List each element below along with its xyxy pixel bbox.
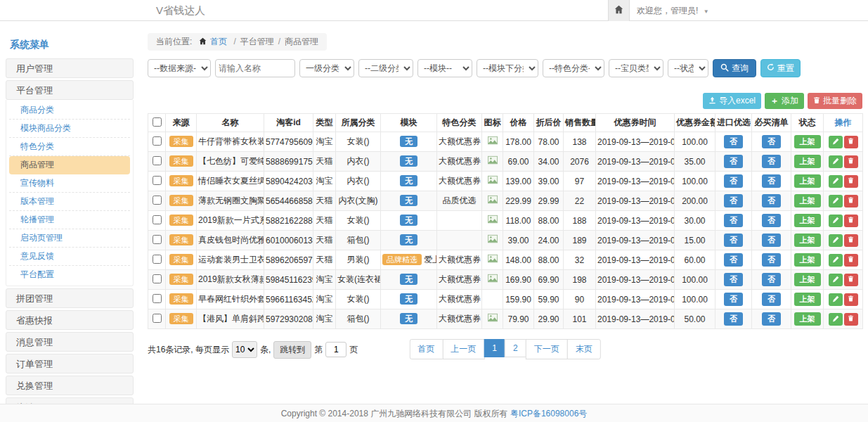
delete-button[interactable] [844, 136, 858, 148]
edit-button[interactable] [829, 234, 843, 247]
edit-button[interactable] [829, 313, 843, 326]
delete-button[interactable] [844, 293, 858, 306]
sidebar-group-order-mgmt[interactable]: 订单管理 [6, 354, 134, 373]
edit-button[interactable] [829, 175, 843, 188]
edit-button[interactable] [829, 136, 843, 148]
import-select-toggle[interactable]: 否 [724, 234, 743, 247]
status-button[interactable]: 上架 [794, 253, 821, 267]
breadcrumb-home-link[interactable]: 首页 [210, 37, 227, 46]
reset-button[interactable]: 重置 [760, 59, 801, 77]
sidebar-item-platform-config[interactable]: 平台配置 [9, 266, 130, 284]
edit-button[interactable] [829, 215, 843, 227]
sidebar-item-feedback[interactable]: 意见反馈 [9, 248, 130, 266]
user-menu[interactable]: 欢迎您，管理员! ▼ [637, 0, 709, 23]
page-1[interactable]: 1 [484, 339, 505, 357]
row-checkbox[interactable] [153, 314, 162, 323]
import-select-toggle[interactable]: 否 [724, 214, 743, 227]
edit-button[interactable] [829, 274, 843, 286]
level2-category-select[interactable]: --二级分类-- [358, 59, 413, 77]
page-size-select[interactable]: 10 [232, 341, 257, 358]
sidebar-item-module-goods-category[interactable]: 模块商品分类 [9, 120, 130, 138]
jump-button[interactable]: 跳转到 [273, 341, 311, 359]
select-all-checkbox[interactable] [153, 117, 162, 127]
edit-button[interactable] [829, 293, 843, 306]
sidebar-group-platform-mgmt[interactable]: 平台管理 [6, 80, 134, 100]
row-checkbox[interactable] [153, 294, 162, 303]
import-excel-button[interactable]: 导入excel [703, 93, 761, 109]
must-buy-toggle[interactable]: 否 [762, 174, 781, 188]
edit-button[interactable] [829, 254, 843, 267]
sidebar-item-version-mgmt[interactable]: 版本管理 [9, 193, 130, 211]
page-2[interactable]: 2 [505, 339, 526, 357]
search-input[interactable] [215, 59, 295, 77]
sidebar-item-goods-category[interactable]: 商品分类 [9, 101, 130, 120]
delete-button[interactable] [844, 155, 858, 168]
must-buy-toggle[interactable]: 否 [762, 214, 781, 227]
status-button[interactable]: 上架 [794, 194, 821, 207]
status-button[interactable]: 上架 [794, 155, 821, 168]
import-select-toggle[interactable]: 否 [724, 155, 743, 168]
status-button[interactable]: 上架 [794, 312, 821, 326]
row-checkbox[interactable] [153, 156, 162, 165]
status-button[interactable]: 上架 [794, 293, 821, 306]
jump-page-input[interactable] [325, 342, 346, 357]
item-type-select[interactable]: --宝贝类型-- [609, 59, 663, 77]
must-buy-toggle[interactable]: 否 [762, 293, 781, 306]
sidebar-group-group-buy-mgmt[interactable]: 拼团管理 [6, 288, 134, 308]
sidebar-group-user-mgmt[interactable]: 用户管理 [6, 58, 134, 78]
module-select[interactable]: --模块-- [417, 59, 472, 77]
row-checkbox[interactable] [153, 235, 162, 244]
status-button[interactable]: 上架 [794, 214, 821, 227]
add-button[interactable]: ＋ 添加 [765, 93, 804, 109]
page-prev[interactable]: 上一页 [442, 339, 484, 359]
module-subcategory-select[interactable]: --模块下分类-- [477, 59, 538, 77]
must-buy-toggle[interactable]: 否 [762, 135, 781, 148]
import-select-toggle[interactable]: 否 [724, 293, 743, 306]
page-last[interactable]: 末页 [567, 339, 601, 359]
page-first[interactable]: 首页 [409, 339, 443, 359]
status-select[interactable]: --状态-- [668, 59, 708, 77]
must-buy-toggle[interactable]: 否 [762, 273, 781, 286]
must-buy-toggle[interactable]: 否 [762, 155, 781, 168]
import-select-toggle[interactable]: 否 [724, 135, 743, 148]
delete-button[interactable] [844, 234, 858, 247]
feature-category-select[interactable]: --特色分类-- [543, 59, 604, 77]
page-next[interactable]: 下一页 [526, 339, 568, 359]
delete-button[interactable] [844, 274, 858, 286]
import-select-toggle[interactable]: 否 [724, 253, 743, 267]
row-checkbox[interactable] [153, 136, 162, 146]
delete-button[interactable] [844, 215, 858, 227]
delete-button[interactable] [844, 254, 858, 267]
sidebar-item-goods-mgmt[interactable]: 商品管理 [9, 156, 130, 174]
row-checkbox[interactable] [153, 274, 162, 283]
sidebar-item-splash-page-mgmt[interactable]: 启动页管理 [9, 229, 130, 248]
status-button[interactable]: 上架 [794, 234, 821, 247]
batch-delete-button[interactable]: 批量删除 [808, 93, 862, 109]
home-button[interactable] [608, 0, 630, 21]
level1-category-select[interactable]: 一级分类 [299, 59, 354, 77]
row-checkbox[interactable] [153, 215, 162, 224]
icp-link[interactable]: 粤ICP备16098006号 [510, 409, 587, 418]
delete-button[interactable] [844, 175, 858, 188]
delete-button[interactable] [844, 195, 858, 207]
import-select-toggle[interactable]: 否 [724, 312, 743, 326]
sidebar-item-feature-category[interactable]: 特色分类 [9, 138, 130, 156]
must-buy-toggle[interactable]: 否 [762, 234, 781, 247]
sidebar-item-carousel-mgmt[interactable]: 轮播管理 [9, 211, 130, 229]
sidebar-group-exchange-mgmt[interactable]: 兑换管理 [6, 376, 134, 395]
status-button[interactable]: 上架 [794, 273, 821, 286]
data-source-select[interactable]: --数据来源-- [148, 59, 211, 77]
search-button[interactable]: 查询 [713, 59, 756, 77]
sidebar-group-saving-express[interactable]: 省惠快报 [6, 310, 134, 330]
row-checkbox[interactable] [153, 255, 162, 264]
import-select-toggle[interactable]: 否 [724, 194, 743, 207]
row-checkbox[interactable] [153, 176, 162, 185]
row-checkbox[interactable] [153, 196, 162, 205]
delete-button[interactable] [844, 313, 858, 326]
edit-button[interactable] [829, 195, 843, 207]
status-button[interactable]: 上架 [794, 135, 821, 148]
must-buy-toggle[interactable]: 否 [762, 312, 781, 326]
must-buy-toggle[interactable]: 否 [762, 253, 781, 267]
sidebar-item-promo-material[interactable]: 宣传物料 [9, 174, 130, 193]
import-select-toggle[interactable]: 否 [724, 174, 743, 188]
